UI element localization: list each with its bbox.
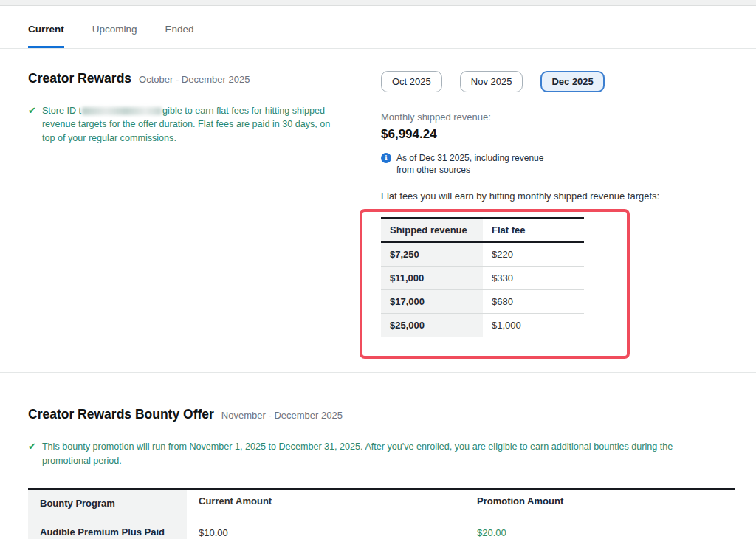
month-pill-nov-2025[interactable]: Nov 2025 [460,71,523,92]
shipped-revenue-cell: $25,000 [381,314,483,337]
eligibility-text: Store ID tgible to earn flat fees for hi… [42,104,331,145]
creator-rewards-section: Creator Rewards October - December 2025 … [0,49,756,361]
month-pill-dec-2025[interactable]: Dec 2025 [540,71,604,92]
creator-rewards-title: Creator Rewards [28,71,131,86]
revenue-note-text: As of Dec 31 2025, including revenue fro… [396,152,544,176]
fees-table: Shipped revenue Flat fee $7,250$220$11,0… [381,217,584,337]
browser-top-strip [0,0,756,6]
creator-rewards-heading-row: Creator Rewards October - December 2025 [28,71,381,86]
check-icon: ✔ [28,440,36,467]
bounty-table: Bounty Program Current Amount Promotion … [28,488,735,539]
creator-rewards-period: October - December 2025 [139,74,250,85]
promotion-amount-cell: $20.00 [465,518,735,539]
revenue-note-row: i As of Dec 31 2025, including revenue f… [381,152,728,176]
fees-table-intro: Flat fees you will earn by hitting month… [381,190,728,202]
tab-current[interactable]: Current [28,24,64,48]
monthly-revenue-label: Monthly shipped revenue: [381,111,728,123]
eligibility-text-prefix: Store ID t [42,106,81,116]
fees-table-row: $11,000$330 [381,267,584,290]
flat-fee-cell: $220 [483,242,584,267]
fees-header-shipped-revenue: Shipped revenue [381,218,483,242]
bounty-header-current-amount: Current Amount [187,489,465,518]
fees-header-flat-fee: Flat fee [483,218,584,242]
creator-rewards-left-column: Creator Rewards October - December 2025 … [28,71,381,361]
bounty-message: ✔ This bounty promotion will run from No… [28,440,715,467]
flat-fee-cell: $330 [483,267,584,290]
fees-table-row: $7,250$220 [381,242,584,267]
bounty-description: This bounty promotion will run from Nove… [42,440,715,467]
bounty-offer-section: Creator Rewards Bounty Offer November - … [0,373,756,539]
check-icon: ✔ [28,104,36,145]
flat-fee-cell: $1,000 [483,314,584,337]
bounty-title: Creator Rewards Bounty Offer [28,407,214,422]
eligibility-message: ✔ Store ID tgible to earn flat fees for … [28,104,331,145]
bounty-table-row: Audible Premium Plus Paid Membership$10.… [28,518,735,539]
bounty-table-header-row: Bounty Program Current Amount Promotion … [28,489,735,518]
bounty-table-head: Bounty Program Current Amount Promotion … [28,489,735,518]
bounty-program-cell: Audible Premium Plus Paid Membership [28,518,187,539]
shipped-revenue-cell: $7,250 [381,242,483,267]
month-selector: Oct 2025 Nov 2025 Dec 2025 [381,71,728,92]
shipped-revenue-cell: $17,000 [381,290,483,314]
red-annotation-box: Shipped revenue Flat fee $7,250$220$11,0… [360,209,630,359]
shipped-revenue-cell: $11,000 [381,267,483,290]
tab-upcoming[interactable]: Upcoming [92,24,137,48]
bounty-header-promotion-amount: Promotion Amount [465,489,735,518]
flat-fee-cell: $680 [483,290,584,314]
creator-rewards-right-column: Oct 2025 Nov 2025 Dec 2025 Monthly shipp… [381,71,728,361]
offers-tabbar: Current Upcoming Ended [0,6,756,49]
bounty-table-body: Audible Premium Plus Paid Membership$10.… [28,518,735,539]
current-amount-cell: $10.00 [187,518,465,539]
bounty-period: November - December 2025 [221,410,343,421]
bounty-heading-row: Creator Rewards Bounty Offer November - … [28,407,728,422]
month-pill-oct-2025[interactable]: Oct 2025 [381,71,442,92]
fees-table-body: $7,250$220$11,000$330$17,000$680$25,000$… [381,242,584,337]
info-icon: i [381,153,391,163]
fees-table-head: Shipped revenue Flat fee [381,218,584,242]
tab-ended[interactable]: Ended [165,24,194,48]
fees-table-row: $17,000$680 [381,290,584,314]
fees-table-row: $25,000$1,000 [381,314,584,337]
fees-table-header-row: Shipped revenue Flat fee [381,218,584,242]
redacted-store-id [82,107,162,115]
monthly-revenue-value: $6,994.24 [381,127,728,142]
bounty-header-program: Bounty Program [28,489,187,518]
